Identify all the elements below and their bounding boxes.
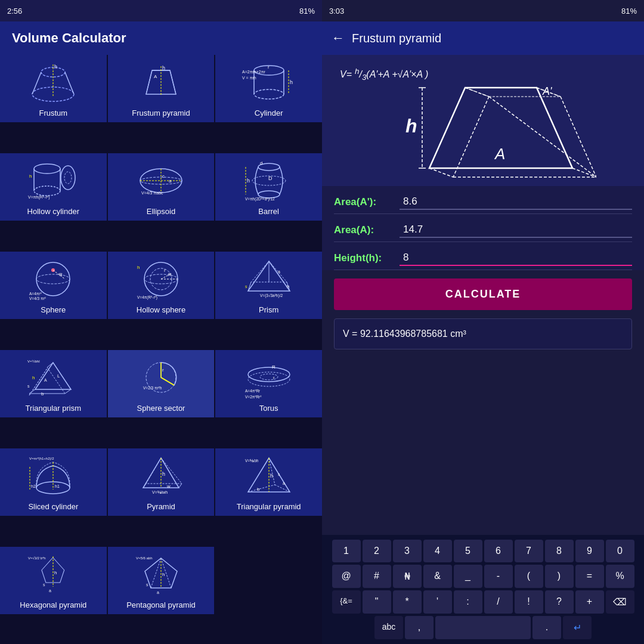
svg-marker-110 [248, 458, 290, 492]
shape-cell-triangular-prism[interactable]: b L h s A V=½bhl Triangular prism [0, 350, 107, 417]
svg-text:h: h [287, 284, 289, 289]
right-header: ← Frustum pyramid [322, 21, 644, 55]
field-area-a[interactable] [400, 222, 632, 238]
keyboard-row-symbols1: @ # ₦ & _ - ( ) = % [324, 565, 642, 588]
shape-cell-hollow-sphere[interactable]: R r V=4π(R³-r³) h Hollow sphere [108, 252, 215, 319]
key-percent[interactable]: % [606, 565, 634, 588]
key-underscore[interactable]: _ [454, 565, 482, 588]
shape-cell-pentagonal-pyramid[interactable]: h s a V=5/6 abh Pentagonal pyramid [108, 547, 215, 614]
key-slash[interactable]: / [484, 590, 513, 614]
svg-text:R: R [59, 272, 63, 277]
key-naira[interactable]: ₦ [393, 565, 422, 588]
key-period[interactable]: . [532, 616, 561, 639]
key-apostrophe[interactable]: ' [423, 590, 452, 614]
svg-text:h: h [54, 64, 57, 70]
shape-cell-sphere-sector[interactable]: r V=2/3 πr²h Sphere sector [108, 350, 215, 417]
key-exclaim[interactable]: ! [515, 590, 543, 614]
key-3[interactable]: 3 [393, 540, 422, 562]
shape-cell-sphere[interactable]: R A=4πr² V=4/3 πr³ Sphere [0, 252, 107, 319]
time-right: 3:03 [329, 7, 344, 16]
shape-cell-ellipsoid[interactable]: c a V=4/3 πabc Ellipsoid [108, 153, 215, 221]
svg-text:V=√3/2 b²h: V=√3/2 b²h [28, 556, 45, 560]
key-equals[interactable]: = [575, 565, 604, 588]
keyboard: 1 2 3 4 5 6 7 8 9 0 @ # ₦ & _ - ( ) = % … [322, 535, 644, 644]
calculate-button[interactable]: CALCULATE [334, 278, 632, 310]
shape-label-triangular-pyramid: Triangular pyramid [237, 502, 301, 511]
svg-text:s: s [146, 583, 148, 587]
key-question[interactable]: ? [545, 590, 574, 614]
svg-text:V=πh(R²-r²): V=πh(R²-r²) [28, 195, 50, 200]
key-4[interactable]: 4 [423, 540, 452, 562]
shape-cell-frustum-pyramid[interactable]: h A Frustum pyramid [108, 55, 215, 122]
key-comma[interactable]: , [405, 616, 434, 639]
svg-text:A: A [154, 74, 157, 79]
shape-cell-prism[interactable]: h a s V=(3√3a²h)/2 Prism [215, 252, 322, 319]
shape-cell-hexagonal-pyramid[interactable]: h s a V=√3/2 b²h Hexagonal pyramid [0, 547, 107, 614]
key-5[interactable]: 5 [454, 540, 482, 562]
svg-text:V=(3√3a²h)/2: V=(3√3a²h)/2 [260, 293, 283, 298]
key-7[interactable]: 7 [515, 540, 543, 562]
battery-right: 81% [621, 7, 637, 16]
svg-text:R: R [272, 364, 275, 370]
label-area-a: Area(A): [334, 224, 400, 236]
input-section: Area(A'): Area(A): Height(h): [322, 186, 644, 270]
key-9[interactable]: 9 [575, 540, 604, 562]
svg-text:V=2π²Rr²: V=2π²Rr² [245, 395, 262, 398]
key-at[interactable]: @ [332, 565, 361, 588]
svg-text:a: a [49, 589, 51, 593]
key-space[interactable] [435, 616, 531, 639]
svg-text:V=4/3 πr³: V=4/3 πr³ [29, 296, 47, 300]
svg-text:V=⅓lwh: V=⅓lwh [152, 490, 168, 494]
key-colon[interactable]: : [454, 590, 482, 614]
key-abc[interactable]: abc [374, 616, 403, 639]
left-title-bar: Volume Calculator [0, 21, 322, 55]
key-minus[interactable]: - [484, 565, 513, 588]
key-8[interactable]: 8 [545, 540, 574, 562]
svg-line-137 [429, 168, 453, 177]
key-6[interactable]: 6 [484, 540, 513, 562]
key-1[interactable]: 1 [332, 540, 361, 562]
svg-line-140 [561, 97, 596, 177]
field-area-a-prime[interactable] [400, 194, 632, 210]
shape-label-prism: Prism [259, 305, 278, 314]
field-height[interactable] [400, 250, 632, 266]
key-quote[interactable]: " [363, 590, 391, 614]
key-rparen[interactable]: ) [545, 565, 574, 588]
keyboard-row-bottom: abc , . ↵ [324, 616, 642, 639]
key-special-toggle[interactable]: {&= [332, 590, 361, 614]
key-enter[interactable]: ↵ [563, 616, 592, 639]
shape-grid: h Frustum h A Frustum pyramid [0, 55, 322, 644]
input-row-area-a: Area(A): [334, 214, 632, 242]
svg-text:V=2/3 πr²h: V=2/3 πr²h [143, 386, 162, 390]
shape-cell-pyramid[interactable]: h w V=⅓lwh Pyramid [108, 448, 215, 516]
key-asterisk[interactable]: * [393, 590, 422, 614]
key-0[interactable]: 0 [606, 540, 634, 562]
svg-text:V = πrh: V = πrh [242, 76, 256, 80]
svg-text:V=πr²(h1+h2)/2: V=πr²(h1+h2)/2 [29, 457, 54, 460]
shape-cell-triangular-pyramid[interactable]: h b s a V=⅓bh Triangular pyramid [215, 448, 322, 516]
key-hash[interactable]: # [363, 565, 391, 588]
svg-point-23 [34, 186, 60, 196]
svg-text:V=½bhl: V=½bhl [27, 360, 40, 363]
app-title: Volume Calculator [12, 30, 126, 46]
shape-cell-sliced-cylinder[interactable]: h2 h1 V=πr²(h1+h2)/2 Sliced cylinder [0, 448, 107, 516]
key-plus[interactable]: + [575, 590, 604, 614]
svg-line-63 [248, 282, 251, 291]
shape-cell-hollow-cylinder[interactable]: V=πh(R²-r²) h Hollow cylinder [0, 153, 107, 221]
status-bar-left: 2:56 81% [0, 0, 322, 21]
key-backspace[interactable]: ⌫ [606, 590, 634, 614]
shape-cell-cylinder[interactable]: h r A=2πrh+2πr V = πrh Cylinder [215, 55, 322, 122]
key-2[interactable]: 2 [363, 540, 391, 562]
shape-cell-barrel[interactable]: h d D V=πh(2D²+d²)/12 Barrel [215, 153, 322, 221]
shape-label-triangular-prism: Triangular prism [26, 404, 81, 413]
status-bar-right: 3:03 81% [322, 0, 644, 21]
back-button[interactable]: ← [332, 30, 345, 46]
shape-cell-frustum[interactable]: h Frustum [0, 55, 107, 122]
key-ampersand[interactable]: & [423, 565, 452, 588]
shape-label-cylinder: Cylinder [255, 109, 283, 117]
shape-cell-torus[interactable]: R r A=4π²Rr V=2π²Rr² Torus [215, 350, 322, 417]
svg-text:A': A' [542, 85, 552, 97]
key-lparen[interactable]: ( [515, 565, 543, 588]
svg-text:h: h [290, 79, 293, 85]
svg-text:s: s [278, 472, 280, 476]
